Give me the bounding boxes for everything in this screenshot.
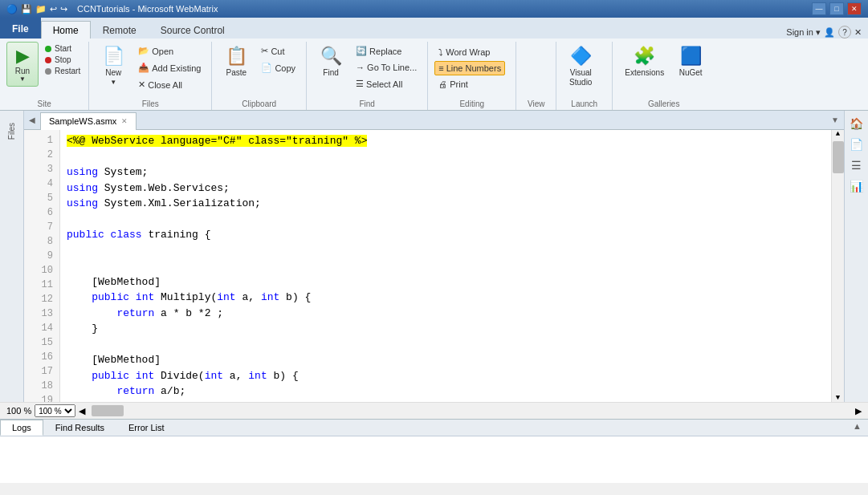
sign-in-button[interactable]: Sign in ▾ <box>786 27 821 38</box>
open-icon: 📂 <box>138 46 149 56</box>
vertical-scrollbar[interactable]: ▲ ▼ <box>831 130 844 402</box>
horizontal-scrollbar[interactable] <box>88 404 852 417</box>
tab-remote[interactable]: Remote <box>91 21 149 39</box>
help-icon[interactable]: ? <box>838 26 851 39</box>
right-icon-chart[interactable]: 📊 <box>847 176 866 196</box>
select-all-label: Select All <box>366 79 402 89</box>
window-close-ribbon-icon[interactable]: ✕ <box>854 27 862 38</box>
view-group-label: View <box>516 99 556 108</box>
open-label: Open <box>152 47 173 56</box>
restart-button[interactable]: Restart <box>42 66 84 76</box>
ribbon-group-launch: 🔷 VisualStudio Launch <box>556 42 613 110</box>
code-line <box>67 149 825 165</box>
open-button[interactable]: 📂 Open <box>134 43 205 59</box>
ribbon-group-editing: ⤵ Word Wrap ≡ Line Numbers 🖨 Print Editi… <box>428 42 516 110</box>
line-number: 4 <box>31 176 53 191</box>
minimize-btn[interactable]: — <box>812 2 826 15</box>
nuget-icon: 🟦 <box>680 46 702 67</box>
restart-label: Restart <box>55 67 80 75</box>
line-number: 5 <box>31 191 53 205</box>
cut-button[interactable]: ✂ Cut <box>257 43 300 59</box>
nuget-button[interactable]: 🟦 NuGet <box>673 42 708 81</box>
scroll-up-arrow[interactable]: ▲ <box>836 130 840 138</box>
editor-tab-samplewsasmx[interactable]: SampleWS.asmx ✕ <box>40 112 137 130</box>
maximize-btn[interactable]: □ <box>829 2 844 15</box>
start-button[interactable]: Start <box>42 43 84 54</box>
find-button[interactable]: 🔍 Find <box>313 42 348 81</box>
code-line: } <box>67 321 825 337</box>
ribbon-group-files: 📄 New ▼ 📂 Open 📥 Add Existing ✕ Close Al… <box>89 42 212 110</box>
editing-group-label: Editing <box>428 99 516 108</box>
code-line: public int Divide(int a, int b) { <box>67 368 825 384</box>
new-label: New <box>105 68 121 77</box>
sidebar-files-btn[interactable]: Files <box>5 117 18 145</box>
line-number: 8 <box>31 234 53 249</box>
scroll-right-arrow[interactable]: ▶ <box>855 406 862 416</box>
go-to-line-button[interactable]: → Go To Line... <box>352 60 421 75</box>
run-button[interactable]: ▶ Run ▼ <box>6 42 39 87</box>
ribbon-group-view: View <box>516 42 556 110</box>
title-bar-left: 🔵 💾 📁 ↩ ↪ CCNTutorials - Microsoft WebMa… <box>6 4 218 14</box>
print-icon: 🖨 <box>438 79 447 89</box>
scroll-down-arrow[interactable]: ▼ <box>836 394 840 402</box>
close-all-button[interactable]: ✕ Close All <box>134 77 205 92</box>
launch-group-label: Launch <box>556 99 612 108</box>
code-line: return a/b; <box>67 383 825 400</box>
quick-save-icon[interactable]: 💾 <box>21 4 32 14</box>
bottom-tab-error-list[interactable]: Error List <box>116 420 177 436</box>
visual-studio-button[interactable]: 🔷 VisualStudio <box>563 42 598 91</box>
run-label: Run <box>15 67 30 75</box>
editor-container: ◀ SampleWS.asmx ✕ ▼ 12345678910111213141… <box>24 111 844 402</box>
line-numbers-button[interactable]: ≡ Line Numbers <box>434 61 505 75</box>
bottom-tab-find-results[interactable]: Find Results <box>43 420 116 436</box>
copy-icon: 📄 <box>261 63 272 73</box>
word-wrap-button[interactable]: ⤵ Word Wrap <box>434 45 494 59</box>
line-number: 18 <box>31 379 53 393</box>
ribbon-tab-bar: File Home Remote Source Control Sign in … <box>0 18 868 39</box>
add-existing-button[interactable]: 📥 Add Existing <box>134 60 205 75</box>
right-icon-home[interactable]: 🏠 <box>847 114 866 133</box>
extensions-label: Extensions <box>625 68 664 77</box>
tab-file[interactable]: File <box>0 18 41 39</box>
new-button[interactable]: 📄 New ▼ <box>96 42 131 90</box>
tab-close-samplewsasmx[interactable]: ✕ <box>121 117 128 125</box>
code-line: public int Multiply(int a, int b) { <box>67 290 825 306</box>
zoom-value: 100 % <box>6 406 31 416</box>
bottom-tab-logs[interactable]: Logs <box>0 420 43 436</box>
title-text: CCNTutorials - Microsoft WebMatrix <box>77 4 218 14</box>
code-content[interactable]: <%@ WebService language="C#" class="trai… <box>60 130 831 402</box>
scroll-left-arrow[interactable]: ◀ <box>79 406 85 416</box>
stop-button[interactable]: Stop <box>42 55 84 65</box>
right-icon-list[interactable]: ☰ <box>847 156 866 175</box>
zoom-select[interactable]: 100 % 75 % 125 % <box>35 404 75 417</box>
undo-icon[interactable]: ↩ <box>50 4 57 14</box>
tab-nav-left[interactable]: ◀ <box>24 114 40 126</box>
quick-open-icon[interactable]: 📁 <box>35 4 47 14</box>
paste-button[interactable]: 📋 Paste <box>218 42 254 81</box>
bottom-panel-close[interactable]: ▲ <box>846 420 868 436</box>
start-icon <box>45 46 51 52</box>
extensions-button[interactable]: 🧩 Extensions <box>619 42 670 81</box>
line-numbers-icon: ≡ <box>438 63 443 73</box>
ribbon-group-clipboard: 📋 Paste ✂ Cut 📄 Copy Clipboard <box>212 42 307 110</box>
word-wrap-icon: ⤵ <box>438 47 443 57</box>
select-all-button[interactable]: ☰ Select All <box>352 76 421 91</box>
close-btn[interactable]: ✕ <box>847 2 862 15</box>
line-number: 2 <box>31 148 53 162</box>
user-icon[interactable]: 👤 <box>824 27 835 38</box>
tab-home[interactable]: Home <box>41 21 91 39</box>
line-numbers-gutter: 1234567891011121314151617181920212223242… <box>24 130 60 402</box>
replace-button[interactable]: 🔄 Replace <box>352 43 421 59</box>
scroll-thumb-vertical[interactable] <box>833 141 844 173</box>
new-icon: 📄 <box>103 46 124 67</box>
code-editor: 1234567891011121314151617181920212223242… <box>24 130 844 402</box>
copy-button[interactable]: 📄 Copy <box>257 60 300 75</box>
right-icon-files[interactable]: 📄 <box>847 135 866 154</box>
redo-icon[interactable]: ↪ <box>60 4 67 14</box>
tab-source-control[interactable]: Source Control <box>149 21 237 39</box>
tab-scroll-right[interactable]: ▼ <box>826 114 844 126</box>
print-button[interactable]: 🖨 Print <box>434 77 472 91</box>
scroll-thumb-horizontal[interactable] <box>92 405 124 416</box>
code-line: return a * b *2 ; <box>67 306 825 322</box>
start-label: Start <box>55 44 71 53</box>
